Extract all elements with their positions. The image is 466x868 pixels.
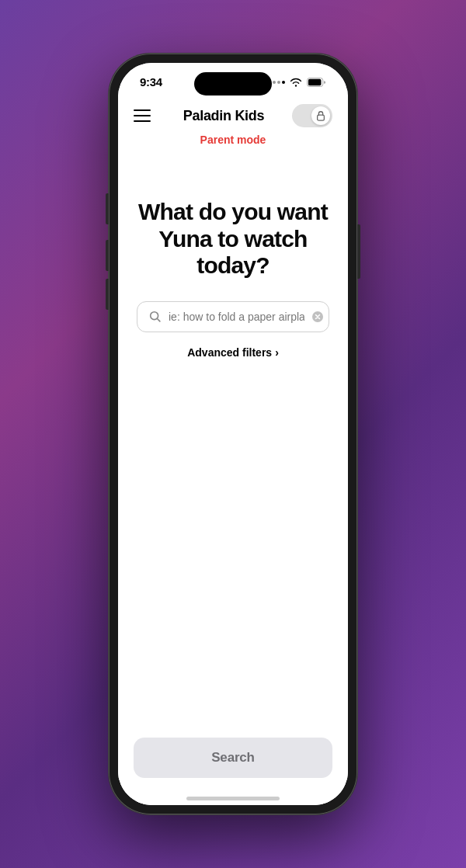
status-time: 9:34 — [140, 75, 162, 89]
clear-button[interactable] — [311, 310, 325, 324]
bottom-bar: Search — [118, 728, 348, 790]
menu-icon — [134, 109, 151, 111]
search-input[interactable] — [169, 311, 304, 323]
app-title: Paladin Kids — [183, 108, 264, 124]
lock-knob — [311, 106, 330, 125]
parent-mode-toggle[interactable] — [292, 104, 332, 127]
main-body: What do you want Yuna to watch today? — [118, 152, 348, 728]
app-header: Paladin Kids — [118, 95, 348, 130]
svg-rect-1 — [308, 78, 322, 85]
headline-line2: Yuna to watch today? — [158, 226, 307, 279]
advanced-filters-label: Advanced filters — [187, 346, 272, 359]
search-button[interactable]: Search — [134, 738, 332, 778]
dynamic-island — [194, 72, 272, 95]
menu-icon — [134, 120, 151, 122]
svg-point-3 — [151, 311, 158, 319]
phone-screen: 9:34 — [118, 63, 348, 805]
menu-icon — [134, 115, 151, 116]
chevron-right-icon: › — [275, 346, 279, 359]
advanced-filters-button[interactable]: Advanced filters › — [137, 342, 329, 363]
headline-line1: What do you want — [138, 199, 328, 224]
lock-icon — [315, 110, 326, 121]
home-indicator — [118, 790, 348, 805]
app-content: Paladin Kids Parent mode What do you wan… — [118, 95, 348, 805]
search-icon — [148, 310, 162, 324]
status-icons — [268, 78, 326, 87]
home-bar — [186, 797, 280, 800]
svg-rect-2 — [318, 115, 325, 120]
phone-shell: 9:34 — [109, 54, 357, 814]
battery-icon — [307, 78, 326, 87]
headline: What do you want Yuna to watch today? — [137, 199, 329, 279]
wifi-icon — [290, 78, 302, 87]
parent-mode-label: Parent mode — [118, 130, 348, 152]
search-field-wrapper[interactable] — [137, 301, 329, 332]
menu-button[interactable] — [134, 105, 155, 127]
